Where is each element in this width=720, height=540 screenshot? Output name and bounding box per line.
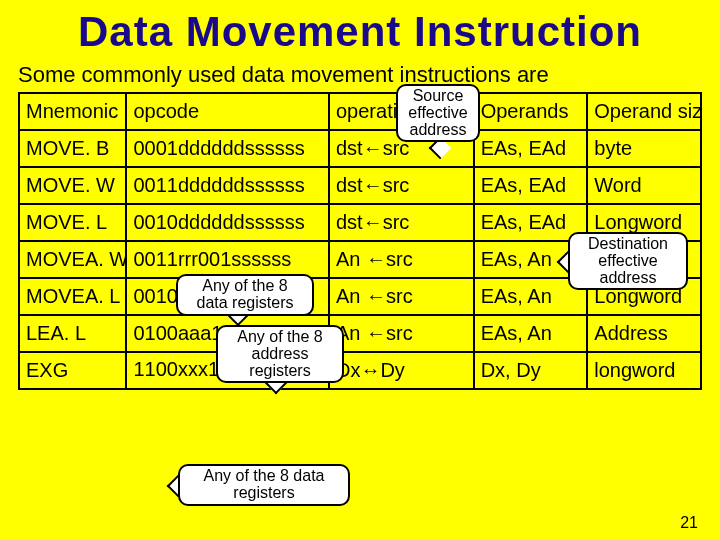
table-row: MOVE. W 0011ddddddssssss dst←src EAs, EA… [19,167,701,204]
table-row: LEA. L 0100aaa111ssssss An ←src EAs, An … [19,315,701,352]
cell-mnemonic: MOVE. L [19,204,126,241]
cell-size: Address [587,315,701,352]
cell-mnemonic: EXG [19,352,126,389]
cell-mnemonic: MOVE. W [19,167,126,204]
col-opcode: opcode [126,93,329,130]
slide-number: 21 [680,514,698,532]
cell-operands: Dx, Dy [474,352,588,389]
cell-mnemonic: MOVEA. W [19,241,126,278]
cell-operation: An ←src [329,241,474,278]
col-mnemonic: Mnemonic [19,93,126,130]
callout-address-registers: Any of the 8 address registers [216,325,344,383]
cell-operation: Dx↔Dy [329,352,474,389]
table-row: EXG 1100xxx1mmmmmyyy Dx↔Dy Dx, Dy longwo… [19,352,701,389]
cell-operands: EAs, An [474,315,588,352]
cell-mnemonic: MOVE. B [19,130,126,167]
intro-text: Some commonly used data movement instruc… [18,62,702,88]
col-operand-size: Operand size [587,93,701,130]
callout-destination-effective-address: Destination effective address [568,232,688,290]
cell-opcode: 0011ddddddssssss [126,167,329,204]
cell-opcode: 0001ddddddssssss [126,130,329,167]
table-header-row: Mnemonic opcode operation Operands Opera… [19,93,701,130]
cell-operands: EAs, EAd [474,167,588,204]
col-operands: Operands [474,93,588,130]
table-row: MOVE. B 0001ddddddssssss dst←src EAs, EA… [19,130,701,167]
cell-size: Word [587,167,701,204]
cell-opcode: 0010ddddddssssss [126,204,329,241]
cell-size: byte [587,130,701,167]
cell-operation: An ←src [329,315,474,352]
cell-operation: dst←src [329,167,474,204]
cell-mnemonic: MOVEA. L [19,278,126,315]
callout-data-registers: Any of the 8 data registers [176,274,314,316]
slide: Data Movement Instruction Some commonly … [0,0,720,540]
callout-source-effective-address: Source effective address [396,84,480,142]
cell-opcode: 0011rrr001ssssss [126,241,329,278]
cell-operation: An ←src [329,278,474,315]
cell-operands: EAs, EAd [474,130,588,167]
callout-data-registers-2: Any of the 8 data registers [178,464,350,506]
slide-title: Data Movement Instruction [18,8,702,56]
cell-operation: dst←src [329,204,474,241]
cell-size: longword [587,352,701,389]
cell-mnemonic: LEA. L [19,315,126,352]
